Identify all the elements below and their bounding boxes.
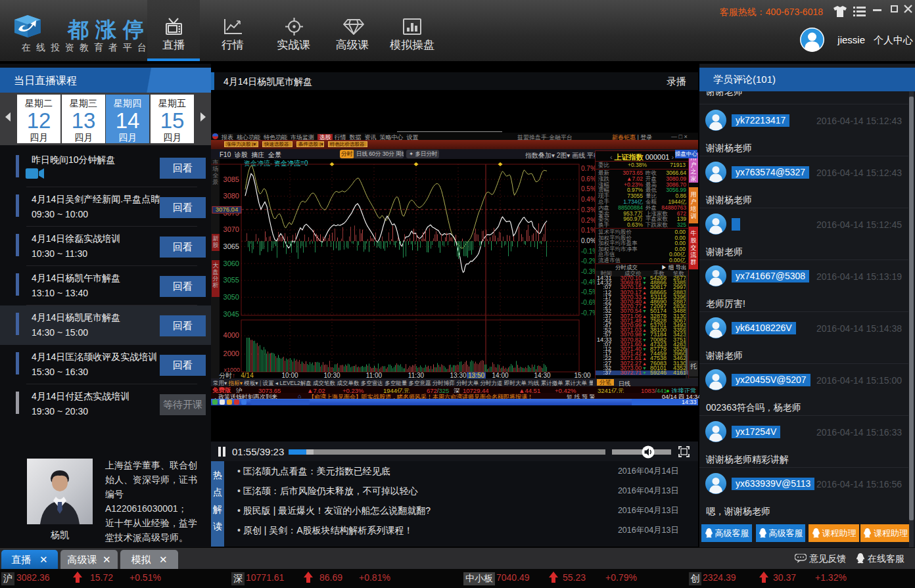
svg-text:-0.7%: -0.7%: [581, 309, 595, 317]
svg-text:0.1%: 0.1%: [581, 227, 595, 234]
svg-text:3076.04: 3076.04: [216, 206, 238, 213]
svg-text:3055: 3055: [223, 276, 239, 284]
svg-text:-0.1%: -0.1%: [581, 248, 595, 255]
svg-text:-0.5%: -0.5%: [581, 288, 595, 296]
svg-text:0.0%: 0.0%: [581, 237, 595, 244]
svg-text:10:00: 10:00: [281, 372, 298, 378]
svg-text:0.2%: 0.2%: [581, 217, 595, 224]
svg-text:3085: 3085: [223, 175, 239, 183]
svg-text:0.5%: 0.5%: [581, 185, 595, 192]
svg-text:0.3%: 0.3%: [581, 206, 595, 214]
svg-text:-0.6%: -0.6%: [581, 299, 595, 306]
svg-text:0.4%: 0.4%: [581, 196, 595, 203]
svg-text:3065: 3065: [223, 242, 239, 250]
svg-text:0.7%: 0.7%: [581, 165, 595, 172]
svg-text:14:30: 14:30: [534, 372, 550, 378]
svg-text:3045: 3045: [223, 310, 239, 318]
svg-text:13:50: 13:50: [468, 372, 484, 378]
svg-text:13:30: 13:30: [450, 372, 466, 378]
svg-text:分时↑: 分时↑: [219, 372, 235, 378]
svg-text:15:00: 15:00: [574, 372, 590, 378]
svg-text:3050: 3050: [223, 293, 239, 301]
svg-text:3070: 3070: [223, 225, 239, 233]
svg-text:11:30: 11:30: [408, 372, 425, 378]
svg-text:3080: 3080: [223, 192, 239, 200]
svg-text:2000: 2000: [223, 350, 239, 357]
svg-text:4/14: 4/14: [241, 372, 254, 378]
svg-text:-0.4%: -0.4%: [581, 279, 595, 286]
svg-text:-0.2%: -0.2%: [581, 258, 595, 265]
svg-text:14:00: 14:00: [492, 372, 508, 378]
svg-text:-0.3%: -0.3%: [581, 268, 595, 275]
svg-text:11:00: 11:00: [366, 372, 383, 378]
svg-text:10:30: 10:30: [323, 372, 340, 378]
svg-text:4000: 4000: [223, 331, 239, 339]
svg-text:0.6%: 0.6%: [581, 175, 595, 183]
svg-text:3060: 3060: [223, 260, 239, 267]
